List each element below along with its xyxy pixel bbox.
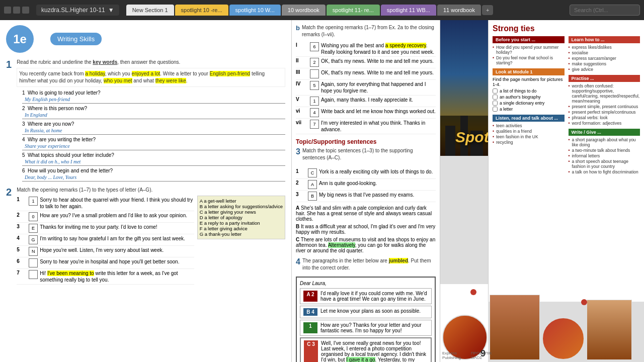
ts-1: 1 C York is a really exciting city with … — [296, 167, 436, 179]
pr-4: phrasal verbs: look — [569, 115, 640, 120]
lr-4: recycling — [493, 140, 565, 145]
before-start-2: Do you feel now that school is starting? — [493, 55, 565, 65]
pr-3: present perfect simple/continuous — [569, 110, 640, 115]
lr-1: teen activities — [493, 123, 565, 128]
red-dot-2 — [581, 299, 587, 305]
before-start-1: How did you spend your summer holiday? — [493, 45, 565, 55]
cr-item-7: vii 7 I'm very interested in what you th… — [296, 119, 436, 134]
pr-2: present simple, present continuous — [569, 104, 640, 109]
topic-supporting-title: Topic/Supporting sentences — [296, 138, 436, 145]
close-button[interactable] — [22, 7, 29, 14]
listen-read-title: Listen, read and talk about ... — [493, 115, 565, 122]
lr-2: qualities in a friend — [493, 129, 565, 134]
checkbox-1: a list of things to do — [493, 88, 565, 94]
lh-5: give advice — [569, 67, 640, 72]
dropdown-arrow: ▼ — [108, 7, 114, 14]
cr-item-3: III OK, that's my news. Write to me and … — [296, 68, 436, 80]
page-number: 9 — [480, 348, 486, 359]
publisher-left: Express Publishing — [442, 351, 461, 360]
para-text-c: Well, I've some really great news for yo… — [321, 340, 428, 362]
wg-4: a short speech about teenage fashion in … — [569, 159, 640, 169]
tab-11-wordbook[interactable]: 11 wordbook — [437, 5, 481, 16]
search-input[interactable] — [570, 5, 640, 16]
topic-sentences: 1 C York is a really exciting city with … — [296, 167, 436, 202]
app-title[interactable]: kuzdra.SL.Higher 10-11 ▼ — [36, 5, 119, 16]
para-label-b: B 4 — [303, 308, 317, 316]
checkbox-3: a single dictionary entry — [493, 101, 565, 106]
tab-spotlight10-w[interactable]: spotlight 10 W... — [229, 5, 281, 16]
section-1: 1 Read the rubric and underline the key … — [6, 59, 285, 182]
tab-spotlight11-re[interactable]: spotlight 11- re... — [327, 5, 380, 16]
letter-para-a: A 2 I'd really love it if you could come… — [300, 288, 432, 304]
look-module-items: a list of things to do an author's biogr… — [493, 88, 565, 112]
wg-2: a two-minute talk about friends — [569, 148, 640, 153]
left-column: Before you start ... How did you spend y… — [493, 36, 565, 177]
q4-answer: Share your experience — [22, 143, 285, 150]
write-give-title: Write / Give ... — [569, 129, 640, 136]
section-2: 2 Match the opening remarks (1–7) to the… — [6, 187, 285, 285]
para-text-intro: How are you? Thanks for your letter and … — [320, 322, 428, 333]
cr-item-6: vi 4 Write back and let me know how thin… — [296, 107, 436, 119]
ts-3: 3 B My big news is that I've passed my e… — [296, 191, 436, 202]
photo-2 — [490, 295, 540, 360]
q1: 1 Who is going to read your letter? My E… — [22, 90, 285, 104]
letter-para-c: C 3 Well, I've some really great news fo… — [300, 337, 432, 362]
window-controls — [4, 7, 29, 14]
para-label-a: A 2 — [303, 291, 317, 302]
writing-skills-badge: Writing Skills — [50, 33, 102, 45]
practise-section: Practise ... words often confused: suppo… — [569, 75, 640, 126]
practise-title: Practise ... — [569, 75, 640, 82]
wg-5: a talk on how to fight discrimination — [569, 169, 640, 174]
para-label-c: C 3 — [304, 340, 318, 362]
pr-1: words often confused: supporting/support… — [569, 83, 640, 104]
section-4: 4 The paragraphs in the letter below are… — [296, 257, 436, 362]
or-item-4: 4 G I'm writing to say how grateful I am… — [17, 234, 194, 246]
minimize-button[interactable] — [4, 7, 11, 14]
tab-spotlight11-wb[interactable]: spotlight 11 WB... — [381, 5, 436, 16]
lh-2: socialise — [569, 50, 640, 55]
q6: 6 How will you begin and end the letter?… — [22, 168, 285, 182]
q2-answer: In England — [22, 112, 285, 119]
section-4-num: 4 — [296, 257, 300, 266]
section-1-num: 1 — [6, 59, 12, 70]
maximize-button[interactable] — [13, 7, 20, 14]
lh-4: make suggestions — [569, 61, 640, 66]
right-panel: Spotlight Student's Book 10 Module 1 Str… — [440, 20, 644, 362]
letter-salutation: Dear Laura, — [300, 281, 432, 286]
letter-para-intro: 1 How are you? Thanks for your letter an… — [300, 320, 432, 336]
or-item-6: 6 Sorry to hear you're in hospital and h… — [17, 257, 194, 269]
strong-ties-columns: Before you start ... How did you spend y… — [493, 36, 640, 177]
look-module-title: Look at Module 1 — [493, 68, 565, 75]
main-content: 1e Writing Skills 1 Read the rubric and … — [0, 20, 644, 362]
lr-3: teen fashion in the UK — [493, 134, 565, 139]
section-2-instruction: Match the opening remarks (1–7) to the t… — [17, 187, 285, 194]
before-start-section: Before you start ... How did you spend y… — [493, 36, 565, 65]
strong-ties-panel: Strong ties Before you start ... How did… — [488, 20, 644, 302]
learn-how-section: Learn how to ... express likes/dislikes … — [569, 36, 640, 72]
para-label-intro: 1 — [303, 322, 317, 333]
or-item-2: 2 0 How are you? I've a small problem an… — [17, 211, 194, 223]
q5: 5 What topics should your letter include… — [22, 152, 285, 166]
supporting-sentences: A She's tall and slim with a pale comple… — [296, 205, 436, 253]
para-text-a: I'd really love it if you could come wit… — [320, 291, 428, 302]
cr-item-1: I 6 Wishing you all the best and a speed… — [296, 41, 436, 57]
writing-header: 1e Writing Skills — [6, 25, 285, 53]
cr-item-2: II 2 OK, that's my news. Write to me and… — [296, 57, 436, 68]
tab-10-wordbook[interactable]: 10 wordbook — [282, 5, 326, 16]
checkbox-4: a letter — [493, 107, 565, 112]
section-3-num: 3 — [296, 147, 300, 156]
ts-2: 2 A Ann is quite good-looking. — [296, 179, 436, 191]
tab-new-section[interactable]: New Section 1 — [126, 5, 174, 16]
tab-spotlight10-re[interactable]: spotlight 10 -re... — [175, 5, 228, 16]
red-dot-1 — [470, 289, 476, 295]
add-tab-button[interactable]: + — [482, 5, 493, 15]
wg-3: informal letters — [569, 153, 640, 158]
cr-item-4: IV 5 Again, sorry for everything that ha… — [296, 80, 436, 96]
pr-5: word formation: adjectives — [569, 121, 640, 126]
q1-answer: My English pen-friend — [22, 97, 285, 104]
section-3-instruction: Match the topic sentences (1–3) to the s… — [302, 147, 436, 161]
top-bar: kuzdra.SL.Higher 10-11 ▼ New Section 1 s… — [0, 0, 644, 20]
q4: 4 Why are you writing the letter? Share … — [22, 137, 285, 150]
listen-read-section: Listen, read and talk about ... teen act… — [493, 115, 565, 145]
write-give-section: Write / Give ... a short paragraph about… — [569, 129, 640, 174]
